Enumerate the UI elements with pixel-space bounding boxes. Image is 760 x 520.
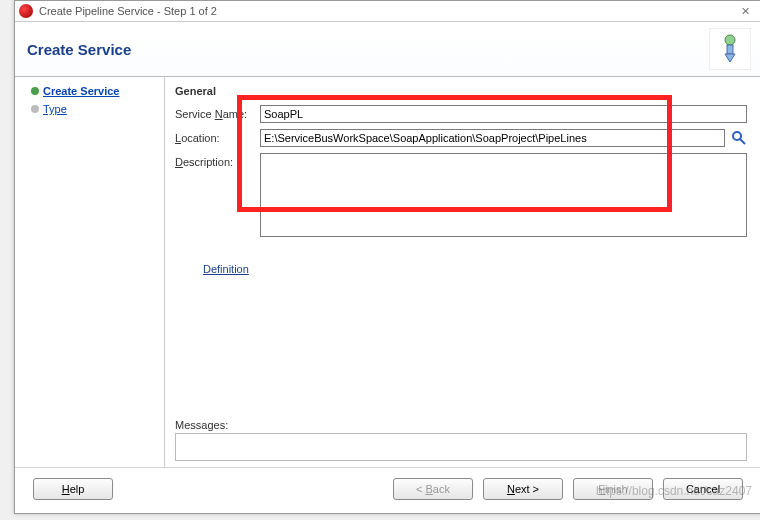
label-description: Description: (175, 153, 260, 168)
svg-point-0 (725, 35, 735, 45)
step-type[interactable]: Type (31, 103, 154, 115)
row-location: Location: (175, 129, 747, 147)
service-name-input[interactable] (260, 105, 747, 123)
window-title: Create Pipeline Service - Step 1 of 2 (39, 5, 733, 17)
step-dot-icon (31, 87, 39, 95)
label-location: Location: (175, 129, 260, 144)
titlebar: Create Pipeline Service - Step 1 of 2 ✕ (15, 1, 760, 22)
form-panel: General Service Name: Location: Descript… (165, 77, 760, 467)
wizard-icon (709, 28, 751, 70)
step-label: Create Service (43, 85, 119, 97)
svg-line-3 (740, 139, 745, 144)
next-button[interactable]: Next > (483, 478, 563, 500)
section-definition: Definition (203, 263, 747, 275)
section-general: General (175, 85, 747, 97)
browse-icon[interactable] (731, 130, 747, 146)
description-textarea[interactable] (260, 153, 747, 237)
location-input[interactable] (260, 129, 725, 147)
help-button[interactable]: Help (33, 478, 113, 500)
app-icon (19, 4, 33, 18)
svg-rect-1 (727, 45, 733, 54)
step-create-service: Create Service (31, 85, 154, 97)
wizard-steps-nav: Create Service Type (15, 77, 165, 467)
content-area: Create Service Type General Service Name… (15, 77, 760, 467)
messages-box (175, 433, 747, 461)
spacer (175, 275, 747, 413)
banner-heading: Create Service (27, 41, 131, 58)
label-service-name: Service Name: (175, 105, 260, 120)
step-label: Type (43, 103, 67, 115)
label-messages: Messages: (175, 419, 747, 431)
row-service-name: Service Name: (175, 105, 747, 123)
banner: Create Service (15, 22, 760, 77)
back-button[interactable]: < Back (393, 478, 473, 500)
step-dot-icon (31, 105, 39, 113)
svg-point-2 (733, 132, 741, 140)
dialog-window: Create Pipeline Service - Step 1 of 2 ✕ … (14, 0, 760, 514)
row-description: Description: (175, 153, 747, 239)
close-icon[interactable]: ✕ (733, 5, 757, 18)
watermark: https://blog.csdn.net/caz2407 (596, 484, 752, 498)
